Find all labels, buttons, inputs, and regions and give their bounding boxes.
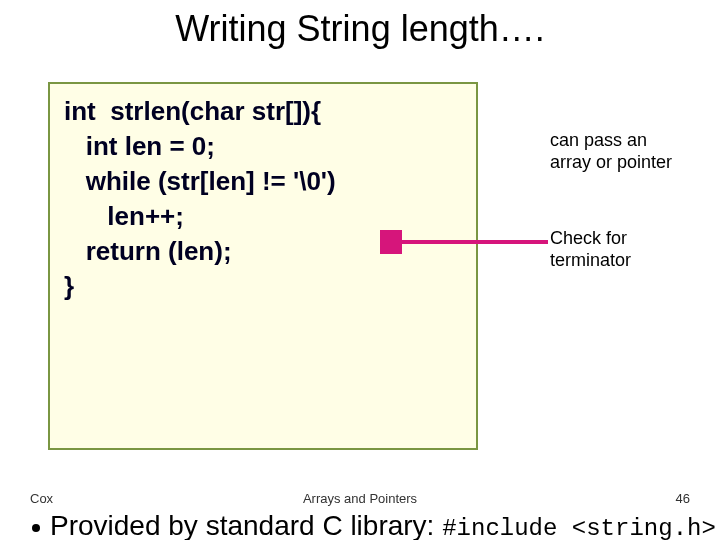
footer-topic: Arrays and Pointers	[0, 491, 720, 506]
code-line: }	[64, 269, 462, 304]
code-box: int strlen(char str[]){ int len = 0; whi…	[48, 82, 478, 450]
code-line: int strlen(char str[]){	[64, 94, 462, 129]
code-line: while (str[len] != '\0')	[64, 164, 462, 199]
footer-page: 46	[676, 491, 690, 506]
code-line: int len = 0;	[64, 129, 462, 164]
annotation-check-terminator: Check for terminator	[550, 228, 710, 271]
annotation-pass-array: can pass an array or pointer	[550, 130, 710, 173]
arrow-icon	[380, 230, 550, 254]
bullet-icon	[32, 524, 40, 532]
slide-title: Writing String length….	[0, 8, 720, 50]
bullet-line: Provided by standard C library: #include…	[32, 510, 716, 540]
